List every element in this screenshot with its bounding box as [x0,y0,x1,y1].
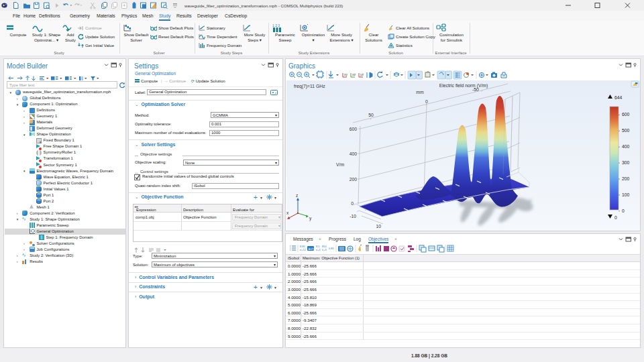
svg-text:400: 400 [622,144,630,149]
svg-text:100: 100 [622,192,630,197]
svg-text:10: 10 [376,224,381,229]
svg-text:0: 0 [614,215,617,220]
svg-text:200: 200 [622,176,630,181]
svg-text:Electric field norm (V/m): Electric field norm (V/m) [439,83,488,88]
svg-text:freq(7)=11 GHz: freq(7)=11 GHz [294,84,325,89]
svg-text:600: 600 [622,112,630,117]
svg-text:300: 300 [622,160,630,165]
svg-text:1 2 3: 1 2 3 [272,23,280,27]
svg-text:z: z [296,193,298,198]
svg-text:0.85: 0.85 [329,247,335,250]
svg-text:0: 0 [425,99,428,104]
svg-text:600: 600 [350,127,358,131]
svg-text:644: 644 [614,95,623,100]
svg-text:e+1: e+1 [316,248,321,251]
svg-text:V/m: V/m [336,162,344,167]
svg-text:AUTO: AUTO [309,247,316,251]
svg-text:e+3: e+3 [322,248,327,251]
svg-text:50: 50 [368,113,374,117]
svg-text:xy: xy [344,72,348,76]
svg-text:xz: xz [352,72,356,76]
svg-text:400: 400 [350,152,358,156]
svg-text:e+12: e+12 [300,248,307,251]
svg-text:200: 200 [350,177,358,182]
svg-text:0: 0 [351,201,354,206]
svg-text:0: 0 [622,208,625,213]
svg-text:-10: -10 [350,214,356,219]
svg-text:500: 500 [622,128,630,133]
svg-text:yz: yz [360,72,364,76]
svg-text:mm: mm [416,90,424,95]
